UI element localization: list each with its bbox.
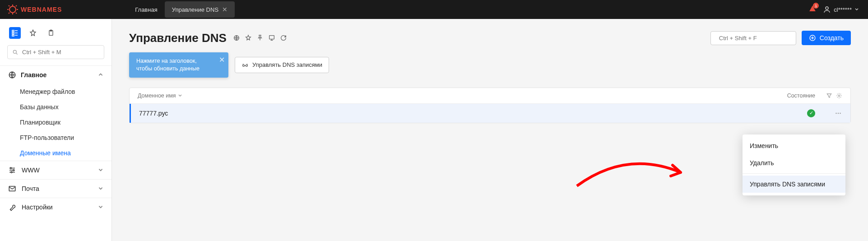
menu-label: WWW (22, 167, 40, 174)
sidebar-item-label: Менеджер файлов (20, 88, 75, 95)
tab-dns[interactable]: Управление DNS ✕ (165, 1, 235, 18)
sidebar-icon-row (0, 27, 111, 45)
chevron-up-icon (98, 72, 103, 78)
topbar-right: 1 cl****** (808, 5, 868, 14)
globe-icon (8, 71, 16, 79)
sidebar-item-label: FTP-пользователи (20, 134, 74, 141)
logo[interactable]: WEBNAMES (0, 4, 69, 15)
device-icon[interactable] (268, 34, 275, 42)
tab-main[interactable]: Главная (128, 2, 164, 18)
sidebar-item-label: Планировщик (20, 119, 60, 126)
cell-domain-name: 77777.рус (139, 110, 770, 117)
svg-point-7 (13, 50, 16, 53)
title-icon-row (233, 34, 287, 42)
domains-table: Доменное имя Состояние 77777.рус ✓ (129, 88, 851, 123)
topbar: WEBNAMES Главная Управление DNS ✕ 1 cl**… (0, 0, 868, 19)
menu-header-main[interactable]: Главное (0, 66, 111, 84)
sidebar-item-label: Доменные имена (20, 149, 71, 157)
logo-icon (7, 4, 18, 15)
sidebar: Главное Менеджер файлов Базы данных План… (0, 19, 112, 241)
chevron-down-icon (854, 7, 859, 12)
toolbar-row: Нажмите на заголовок, чтобы обновить дан… (129, 52, 851, 78)
svg-point-10 (13, 170, 14, 171)
menu-label: Почта (22, 185, 39, 192)
brand-text: WEBNAMES (21, 6, 62, 13)
tab-label: Управление DNS (172, 6, 218, 13)
main-search-input[interactable] (719, 35, 795, 42)
pin-icon[interactable] (256, 34, 264, 42)
search-icon (12, 49, 19, 56)
filter-label: Управлять DNS записями (252, 61, 322, 68)
star-icon[interactable] (27, 27, 39, 39)
menu-header-label: Главное (21, 71, 46, 79)
context-menu: Изменить Удалить Управлять DNS записями (743, 134, 845, 195)
filter-icon[interactable] (826, 93, 832, 99)
refresh-icon[interactable] (280, 34, 287, 42)
col-header-name[interactable]: Доменное имя (138, 93, 770, 99)
star-icon[interactable] (245, 34, 252, 42)
ctx-item-edit[interactable]: Изменить (743, 137, 845, 154)
menu-section-main: Главное Менеджер файлов Базы данных План… (0, 65, 111, 161)
mail-icon (8, 185, 16, 193)
table-row[interactable]: 77777.рус ✓ (130, 104, 850, 123)
notification-badge: 1 (813, 3, 819, 9)
tree-icon[interactable] (9, 27, 21, 39)
svg-point-20 (836, 113, 836, 114)
sidebar-item-databases[interactable]: Базы данных (0, 99, 111, 115)
ctx-item-label: Управлять DNS записями (750, 181, 825, 188)
chevron-down-icon (98, 186, 103, 191)
svg-point-0 (9, 6, 16, 13)
user-icon (823, 5, 831, 14)
create-button[interactable]: Создать (802, 31, 851, 45)
svg-rect-3 (12, 32, 14, 34)
menu-label: Настройки (22, 204, 53, 211)
sidebar-item-filemanager[interactable]: Менеджер файлов (0, 84, 111, 99)
chevron-down-icon (98, 167, 103, 173)
sidebar-search-input[interactable] (22, 49, 99, 56)
main-search[interactable] (710, 31, 796, 45)
plus-icon (809, 34, 816, 42)
svg-rect-4 (12, 35, 14, 36)
svg-point-21 (838, 113, 839, 114)
user-label: cl****** (834, 6, 852, 13)
close-icon[interactable]: ✕ (222, 6, 227, 13)
sidebar-item-domains[interactable]: Доменные имена (0, 145, 111, 161)
user-menu[interactable]: cl****** (823, 5, 859, 14)
clipboard-icon[interactable] (45, 27, 57, 39)
svg-point-9 (10, 167, 12, 169)
sidebar-search[interactable] (7, 45, 104, 59)
annotation-arrow (572, 154, 690, 195)
ctx-separator (743, 173, 845, 174)
sidebar-item-scheduler[interactable]: Планировщик (0, 115, 111, 130)
close-icon[interactable]: ✕ (219, 55, 225, 65)
gear-icon[interactable] (836, 93, 842, 99)
sidebar-item-label: Базы данных (20, 103, 59, 111)
menu-section-www[interactable]: WWW (0, 161, 111, 179)
manage-dns-records-button[interactable]: Управлять DNS записями (235, 57, 329, 73)
notifications-button[interactable]: 1 (808, 5, 817, 14)
main-content: Управление DNS Создать Нажмите на заголо… (112, 19, 868, 241)
globe-icon[interactable] (233, 34, 240, 42)
sliders-icon (8, 166, 16, 174)
hint-tooltip: Нажмите на заголовок, чтобы обновить дан… (129, 52, 228, 78)
ctx-item-label: Удалить (750, 159, 774, 167)
status-ok-icon: ✓ (807, 109, 815, 117)
hint-text: Нажмите на заголовок, чтобы обновить дан… (136, 58, 200, 72)
row-more-button[interactable] (815, 109, 842, 117)
cell-status: ✓ (770, 109, 815, 117)
main-header-right: Создать (710, 31, 851, 45)
col-header-label: Доменное имя (138, 93, 176, 99)
ctx-item-manage-dns[interactable]: Управлять DNS записями (743, 176, 845, 193)
table-header-row: Доменное имя Состояние (130, 88, 850, 104)
ctx-item-delete[interactable]: Удалить (743, 154, 845, 171)
create-label: Создать (820, 34, 844, 42)
main-header: Управление DNS Создать (129, 31, 851, 45)
dots-icon (834, 109, 842, 117)
menu-section-settings[interactable]: Настройки (0, 198, 111, 216)
chevron-down-icon (178, 93, 182, 98)
wrench-icon (8, 203, 16, 211)
sidebar-item-ftp[interactable]: FTP-пользователи (0, 130, 111, 145)
chevron-down-icon (98, 204, 103, 210)
menu-section-mail[interactable]: Почта (0, 179, 111, 198)
svg-rect-14 (269, 36, 274, 39)
